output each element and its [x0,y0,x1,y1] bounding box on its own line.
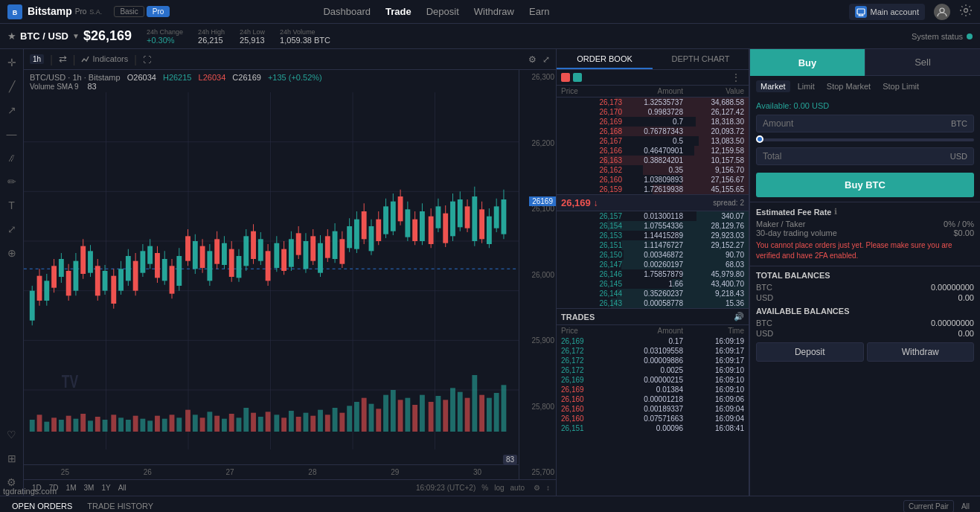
logo-icon: B [7,4,22,19]
manage-tool[interactable]: ⊞ [3,449,21,467]
amount-slider[interactable] [756,138,974,141]
tf-3m[interactable]: 3M [82,483,97,493]
indicators-btn[interactable]: Indicators [81,54,128,64]
slider-handle[interactable] [756,135,763,143]
tf-1d[interactable]: 1D [30,483,44,493]
chart-settings-bottom[interactable]: ⚙ [534,484,540,492]
tab-depth-chart[interactable]: DEPTH CHART [653,49,749,69]
main-account[interactable]: Main account [849,4,925,20]
svg-rect-214 [502,385,507,432]
settings-tool[interactable]: ⚙ [3,473,21,491]
svg-rect-169 [170,415,175,432]
chart-bottom-bar: 1D 7D 1M 3M 1Y All 16:09:23 (UTC+2) % lo… [24,479,556,496]
tf-1m[interactable]: 1M [64,483,79,493]
withdraw-button[interactable]: Withdraw [867,342,975,362]
buy-order-row[interactable]: 26,1511.1147672729,152.27 [557,240,749,250]
trade-row: 26,1600.0757166316:09:04 [557,414,749,423]
svg-rect-204 [429,402,434,432]
monitor-icon [856,7,865,16]
chart-settings-icon[interactable]: ⚙ [528,54,537,65]
log-btn[interactable]: log [494,484,504,492]
avatar[interactable] [934,4,950,20]
pair-selector-arrow[interactable]: ▼ [72,32,80,40]
pct-btn[interactable]: % [481,484,488,492]
sell-order-row[interactable]: 26,1630.3882420110,157.58 [557,156,749,165]
sell-order-row[interactable]: 26,1700.998372826,127.42 [557,107,749,117]
favorite-tool[interactable]: ♡ [3,426,21,444]
basic-badge[interactable]: Basic [114,6,144,17]
nav-trade[interactable]: Trade [385,6,411,17]
tab-open-orders[interactable]: OPEN ORDERS [6,499,78,513]
sell-order-row[interactable]: 26,1620.359,156.70 [557,165,749,175]
nav-earn[interactable]: Earn [529,6,549,17]
svg-rect-209 [465,398,470,432]
compare-bottom[interactable]: ↕ [546,484,550,492]
tab-trade-history[interactable]: TRADE HISTORY [81,499,159,513]
pro-badge[interactable]: Pro [147,6,170,17]
fee-info-icon[interactable]: ℹ [834,207,837,217]
line-tool[interactable]: ╱ [3,77,21,95]
settings-icon[interactable] [959,4,973,20]
ob-options-icon[interactable]: ⋮ [728,71,744,83]
current-pair-btn[interactable]: Current Pair [903,500,954,512]
crosshair-tool[interactable]: ✛ [3,54,21,71]
buy-order-row[interactable]: 26,1440.352602379,218.43 [557,289,749,298]
tf-all[interactable]: All [116,483,129,493]
fullscreen-toggle[interactable]: ⛶ [143,55,151,64]
compare-icon[interactable]: ⇄ [59,54,67,65]
tab-stop-market[interactable]: Stop Market [822,80,875,92]
amount-input[interactable] [763,118,951,129]
trendline-tool[interactable]: ↗ [3,101,21,119]
measure-tool[interactable]: ⤢ [3,220,21,238]
sell-order-row[interactable]: 26,1731.3253573734,688.58 [557,97,749,107]
buy-btc-button[interactable]: Buy BTC [756,173,974,197]
brush-tool[interactable]: ✏ [3,173,21,191]
chart-ohlc: BTC/USD · 1h · Bitstamp O26034 H26215 L2… [30,73,327,91]
auto-btn[interactable]: auto [510,484,525,492]
text-tool[interactable]: T [3,196,21,214]
trades-sound-icon[interactable]: 🔊 [734,312,744,321]
svg-rect-187 [304,413,309,432]
buy-order-row[interactable]: 26,1451.6643,400.70 [557,279,749,289]
deposit-button[interactable]: Deposit [756,342,864,362]
tab-limit[interactable]: Limit [793,80,819,92]
sell-order-row[interactable]: 26,1601.0380989327,156.67 [557,175,749,185]
buy-amount: 1.14415289 [622,231,683,240]
trade-time: 16:09:10 [683,376,744,384]
nav-deposit[interactable]: Deposit [426,6,459,17]
total-input[interactable] [763,151,950,161]
buy-order-row[interactable]: 26,1500.0034687290.70 [557,250,749,260]
sell-order-row[interactable]: 26,1670.513,083.50 [557,136,749,146]
chart-date-labels: 25 26 27 28 29 30 [24,464,519,479]
tab-market[interactable]: Market [756,80,790,92]
sell-tab[interactable]: Sell [865,49,980,76]
svg-rect-205 [436,396,441,432]
buy-order-row[interactable]: 26,1570.01300118340.07 [557,211,749,221]
favorite-icon[interactable]: ★ [7,31,16,42]
sell-order-row[interactable]: 26,1591.7261993845,155.65 [557,185,749,194]
horizontal-line-tool[interactable]: — [3,125,21,143]
ob-buy-color[interactable] [573,73,582,82]
buy-order-row[interactable]: 26,1430.0005877815.36 [557,298,749,308]
channel-tool[interactable]: ⫽ [3,149,21,167]
buy-order-row[interactable]: 26,1541.0755433628,129.76 [557,221,749,231]
buy-order-row[interactable]: 26,1461.7585787945,979.80 [557,269,749,279]
tf-1y[interactable]: 1Y [99,483,112,493]
pair-name[interactable]: BTC / USD [20,31,68,42]
sell-order-row[interactable]: 26,1680.7678734320,093.72 [557,127,749,136]
tf-7d[interactable]: 7D [47,483,61,493]
all-btn[interactable]: All [957,501,974,512]
tab-order-book[interactable]: ORDER BOOK [557,49,653,69]
nav-withdraw[interactable]: Withdraw [474,6,514,17]
buy-order-row[interactable]: 26,1470.0026019768.03 [557,260,749,269]
tf-1h[interactable]: 1h [30,54,44,64]
tab-stop-limit[interactable]: Stop Limit [878,80,923,92]
buy-order-row[interactable]: 26,1531.1441528929,923.03 [557,231,749,240]
ob-sell-color[interactable] [561,73,570,82]
sell-order-row[interactable]: 26,1690.718,318.30 [557,117,749,127]
chart-expand-icon[interactable]: ⤢ [542,54,550,65]
sell-order-row[interactable]: 26,1660.4647090112,159.58 [557,146,749,156]
zoom-tool[interactable]: ⊕ [3,244,21,262]
nav-dashboard[interactable]: Dashboard [323,6,371,17]
buy-tab[interactable]: Buy [750,49,865,76]
